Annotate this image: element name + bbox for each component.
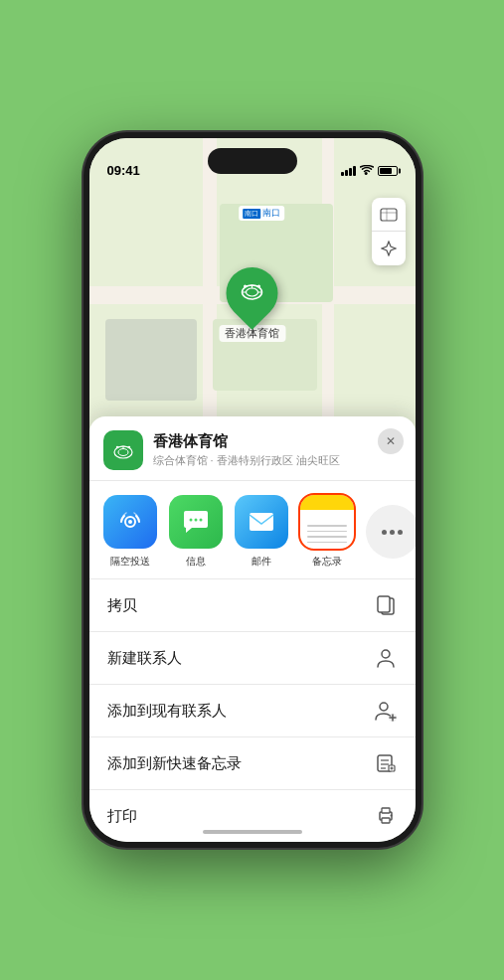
wifi-icon	[360, 164, 374, 178]
svg-point-19	[189, 519, 192, 522]
action-print-label: 打印	[107, 807, 137, 826]
phone-frame: 09:41	[84, 132, 421, 848]
south-gate-box: 南口	[243, 209, 260, 219]
svg-point-2	[247, 288, 258, 296]
printer-icon	[374, 804, 398, 828]
share-more[interactable]	[366, 505, 416, 559]
action-copy[interactable]: 拷贝	[89, 579, 416, 632]
notes-lines	[307, 525, 347, 543]
map-controls	[372, 198, 406, 265]
message-icon	[169, 495, 223, 549]
svg-rect-0	[381, 209, 397, 221]
svg-rect-38	[382, 818, 390, 823]
venue-name: 香港体育馆	[153, 432, 402, 451]
share-row: 隔空投送 信息	[89, 481, 416, 579]
airdrop-icon	[103, 495, 157, 549]
message-label: 信息	[186, 555, 206, 569]
svg-rect-39	[382, 808, 390, 813]
svg-line-16	[123, 446, 129, 447]
svg-point-21	[199, 519, 202, 522]
mail-label: 邮件	[252, 555, 271, 569]
venue-icon	[103, 430, 143, 470]
close-button[interactable]: ✕	[378, 428, 404, 454]
more-dots-icon	[366, 505, 416, 559]
share-item-mail[interactable]: 邮件	[235, 495, 288, 569]
status-time: 09:41	[107, 163, 140, 180]
action-add-contact-label: 添加到现有联系人	[107, 702, 227, 721]
note-icon	[374, 751, 398, 775]
venue-subtitle: 综合体育馆 · 香港特别行政区 油尖旺区	[153, 453, 402, 468]
svg-point-25	[382, 650, 390, 658]
phone-screen: 09:41	[89, 138, 416, 842]
svg-point-26	[380, 703, 388, 711]
svg-rect-22	[250, 513, 273, 531]
copy-icon	[374, 593, 398, 617]
svg-line-15	[117, 446, 123, 447]
svg-rect-24	[378, 596, 390, 612]
home-indicator	[203, 830, 302, 834]
signal-bars-icon	[341, 166, 356, 176]
svg-point-20	[194, 519, 197, 522]
pin-circle	[216, 256, 289, 330]
action-new-contact-label: 新建联系人	[107, 649, 182, 668]
venue-info: 香港体育馆 综合体育馆 · 香港特别行政区 油尖旺区	[153, 432, 402, 468]
share-item-notes[interactable]: 备忘录	[300, 495, 354, 569]
action-copy-label: 拷贝	[107, 596, 137, 615]
mail-icon	[235, 495, 288, 549]
dynamic-island	[208, 148, 297, 174]
sheet-header: 香港体育馆 综合体育馆 · 香港特别行政区 油尖旺区 ✕	[89, 416, 416, 481]
person-icon	[374, 646, 398, 670]
action-quick-note[interactable]: 添加到新快速备忘录	[89, 737, 416, 790]
action-quick-note-label: 添加到新快速备忘录	[107, 754, 242, 773]
map-type-button[interactable]	[372, 198, 406, 232]
status-icons	[341, 164, 398, 180]
airdrop-label: 隔空投送	[110, 555, 150, 569]
notes-icon	[300, 495, 354, 549]
person-add-icon	[374, 699, 398, 723]
location-button[interactable]	[372, 232, 406, 265]
battery-icon	[378, 166, 398, 176]
bottom-sheet: 香港体育馆 综合体育馆 · 香港特别行政区 油尖旺区 ✕	[89, 416, 416, 842]
pin-icon	[239, 276, 266, 310]
action-print[interactable]: 打印	[89, 790, 416, 842]
svg-point-18	[128, 520, 132, 524]
share-item-message[interactable]: 信息	[169, 495, 223, 569]
action-new-contact[interactable]: 新建联系人	[89, 632, 416, 685]
svg-point-11	[118, 449, 128, 456]
action-list: 拷贝 新建联系人	[89, 579, 416, 842]
action-add-contact[interactable]: 添加到现有联系人	[89, 685, 416, 737]
svg-point-40	[390, 815, 392, 817]
stadium-pin: 香港体育馆	[219, 267, 285, 342]
notes-label: 备忘录	[312, 555, 342, 569]
share-item-airdrop[interactable]: 隔空投送	[103, 495, 157, 569]
south-gate-label: 南口 南口	[239, 206, 284, 221]
